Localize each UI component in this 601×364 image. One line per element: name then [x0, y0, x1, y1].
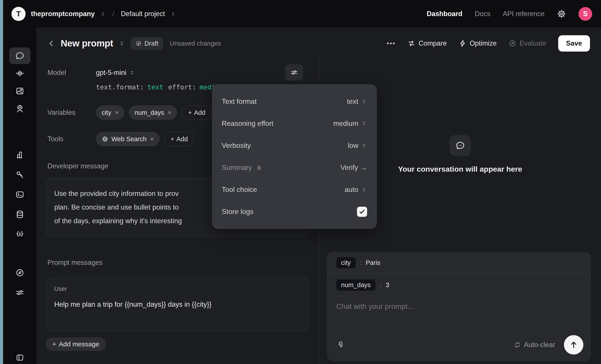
compare-button[interactable]: Compare — [408, 39, 447, 47]
tool-chip-web-search[interactable]: Web Search × — [96, 132, 160, 146]
param-row-verbosity: Verbosity low — [222, 135, 367, 156]
tool-choice-select[interactable]: auto — [345, 185, 367, 194]
avatar-letter: S — [583, 10, 588, 18]
variables-label: Variables — [47, 109, 96, 116]
add-tool-button[interactable]: + Add — [164, 132, 194, 146]
add-variable-label: Add — [194, 109, 205, 116]
reasoning-effort-select[interactable]: medium — [333, 119, 367, 128]
nav-dashboard[interactable]: Dashboard — [427, 10, 462, 18]
optimize-label: Optimize — [470, 39, 497, 47]
remove-icon[interactable]: × — [115, 109, 119, 116]
add-variable-button[interactable]: + Add — [181, 105, 212, 120]
variable-value[interactable]: Paris — [366, 259, 380, 266]
chat-bubble-icon — [15, 51, 24, 60]
model-params-popover: Text format text Reasoning effort medium — [212, 84, 377, 229]
remove-icon[interactable]: × — [168, 109, 172, 116]
tools-row: Tools Web Search × + Add — [47, 132, 194, 146]
sidebar-item-terminal[interactable] — [9, 186, 30, 203]
waveform-icon — [15, 69, 24, 78]
save-button[interactable]: Save — [558, 35, 590, 52]
compass-icon — [15, 268, 24, 278]
user-message-editor[interactable]: User Help me plan a trip for {{num_days}… — [46, 278, 309, 332]
chevron-updown-icon[interactable] — [170, 11, 176, 17]
org-logo-letter: T — [16, 10, 21, 18]
paperclip-icon[interactable] — [336, 340, 345, 349]
nav-docs[interactable]: Docs — [475, 10, 491, 18]
chip-label: Web Search — [111, 135, 147, 143]
page-title: New prompt — [61, 38, 113, 49]
compare-label: Compare — [419, 39, 447, 47]
sidebar-item-audio[interactable] — [9, 65, 30, 82]
sidebar-item-playground-settings[interactable] — [9, 284, 30, 301]
back-button[interactable] — [47, 39, 55, 47]
project-switcher[interactable]: Default project — [121, 10, 165, 18]
collapse-panel-icon — [15, 353, 24, 362]
evaluate-button[interactable]: Evaluate — [509, 39, 546, 47]
sidebar-item-assistants[interactable] — [9, 100, 30, 117]
tools-label: Tools — [47, 135, 96, 143]
sidebar-item-images[interactable] — [9, 83, 30, 99]
bolt-icon — [459, 39, 467, 47]
sidebar-item-api-keys[interactable] — [9, 166, 30, 183]
key-icon — [15, 170, 24, 179]
sidebar-collapse-button[interactable] — [9, 349, 30, 364]
app-root: T thepromptcompany / Default project Das… — [0, 0, 601, 364]
variable-chip-num-days[interactable]: num_days × — [129, 105, 177, 120]
sidebar-item-chat[interactable] — [9, 47, 30, 64]
chevron-updown-icon[interactable] — [119, 40, 125, 47]
param-value: low — [348, 142, 358, 150]
variable-value-row-num-days[interactable]: num_days : 3 — [327, 274, 591, 296]
auto-clear-label: Auto-clear — [524, 341, 555, 349]
gear-icon[interactable] — [557, 9, 566, 19]
text-format-select[interactable]: text — [347, 97, 367, 105]
lock-icon — [256, 165, 262, 171]
more-menu-button[interactable]: ••• — [387, 40, 396, 47]
param-row-reasoning-effort: Reasoning effort medium — [222, 113, 367, 134]
param-row-summary: Summary Verify → — [222, 157, 367, 178]
account-switcher[interactable]: thepromptcompany — [31, 10, 95, 18]
verify-link[interactable]: Verify → — [341, 163, 367, 172]
sidebar-item-explore[interactable] — [9, 264, 30, 281]
param-value: auto — [345, 185, 358, 194]
terminal-icon — [15, 190, 24, 199]
model-row: Model gpt-5-mini — [47, 69, 135, 77]
model-params-summary: text.format:texteffort:medium — [96, 83, 228, 91]
model-params-button[interactable] — [285, 64, 303, 81]
sidebar-item-storage[interactable] — [9, 206, 30, 223]
variable-value-row-city[interactable]: city : Paris — [327, 252, 591, 274]
message-text: Help me plan a trip for {{num_days}} day… — [54, 300, 300, 308]
evaluate-label: Evaluate — [520, 39, 546, 47]
sidebar-item-usage[interactable] — [9, 146, 30, 163]
speech-bubble-dots-icon — [455, 140, 466, 151]
add-message-button[interactable]: + Add message — [46, 337, 106, 351]
bar-chart-icon — [15, 150, 24, 160]
breadcrumb: T thepromptcompany / Default project — [11, 7, 176, 21]
chat-message-input[interactable] — [327, 296, 591, 334]
variables-row: Variables city × num_days × + Add — [47, 105, 212, 120]
variable-value[interactable]: 3 — [386, 281, 389, 289]
auto-clear-toggle[interactable]: Auto-clear — [514, 341, 555, 349]
verbosity-select[interactable]: low — [348, 142, 367, 150]
chip-label: city — [102, 109, 111, 116]
variable-chip-city[interactable]: city × — [96, 105, 124, 120]
sidebar — [3, 28, 36, 364]
sidebar-item-batches[interactable] — [9, 226, 30, 243]
remove-icon[interactable]: × — [150, 135, 154, 143]
draft-pencil-icon — [135, 40, 142, 47]
robot-icon — [15, 104, 24, 113]
send-button[interactable] — [564, 335, 583, 354]
checkmark-icon — [358, 208, 366, 215]
model-value: gpt-5-mini — [96, 69, 126, 77]
chevron-updown-icon[interactable] — [100, 11, 106, 17]
avatar[interactable]: S — [579, 7, 592, 21]
param-label: Store logs — [222, 208, 253, 216]
model-select[interactable]: gpt-5-mini — [96, 69, 135, 77]
store-logs-checkbox[interactable] — [357, 207, 367, 217]
nav-api-reference[interactable]: API reference — [503, 10, 544, 18]
param-key: effort: — [168, 83, 196, 91]
compare-arrows-icon — [408, 39, 415, 47]
optimize-button[interactable]: Optimize — [459, 39, 497, 47]
org-logo[interactable]: T — [11, 7, 26, 21]
status-badge-draft[interactable]: Draft — [130, 37, 163, 50]
verify-label: Verify → — [341, 163, 367, 172]
